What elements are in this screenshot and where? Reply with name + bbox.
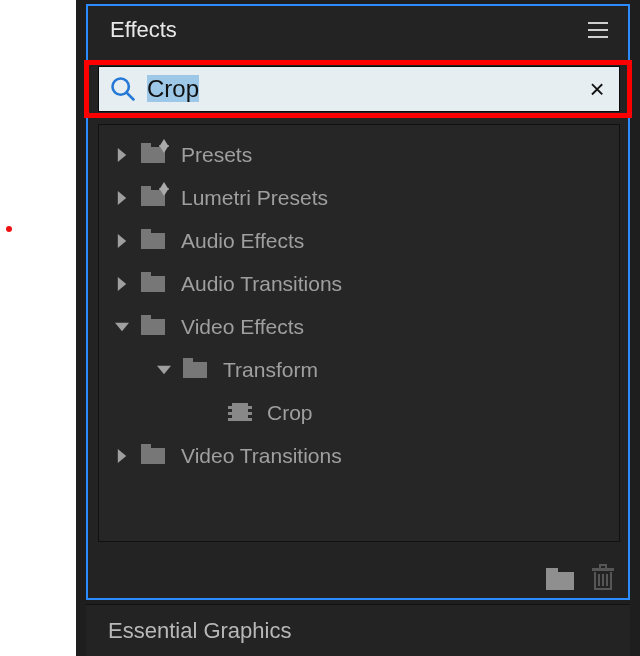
panel-title: Effects xyxy=(110,17,177,43)
search-icon xyxy=(109,75,137,103)
tree-item-label: Video Effects xyxy=(181,315,304,339)
chevron-down-icon[interactable] xyxy=(155,361,173,379)
svg-line-1 xyxy=(127,93,134,100)
tree-item-lumetri-presets[interactable]: Lumetri Presets xyxy=(99,176,619,219)
folder-icon xyxy=(141,444,167,468)
folder-icon xyxy=(141,272,167,296)
chevron-down-icon[interactable] xyxy=(113,318,131,336)
folder-star-icon xyxy=(141,186,167,210)
essential-graphics-panel-header[interactable]: Essential Graphics xyxy=(86,604,630,656)
search-input[interactable]: Crop xyxy=(147,75,583,103)
effects-tree: Presets Lumetri Presets Audio Effects xyxy=(98,124,620,542)
panel-menu-button[interactable] xyxy=(584,16,612,44)
tree-item-label: Video Transitions xyxy=(181,444,342,468)
folder-icon xyxy=(141,315,167,339)
tree-item-video-transitions[interactable]: Video Transitions xyxy=(99,434,619,477)
trash-icon xyxy=(592,568,614,571)
tree-item-presets[interactable]: Presets xyxy=(99,133,619,176)
folder-icon xyxy=(183,358,209,382)
tree-item-transform[interactable]: Transform xyxy=(99,348,619,391)
panel-header: Effects xyxy=(88,6,628,54)
tree-item-label: Transform xyxy=(223,358,318,382)
panel-title: Essential Graphics xyxy=(108,618,291,644)
tree-item-label: Presets xyxy=(181,143,252,167)
chevron-right-icon[interactable] xyxy=(113,146,131,164)
delete-button[interactable] xyxy=(592,566,614,592)
search-field[interactable]: Crop × xyxy=(98,66,620,112)
app-frame: Effects Crop × xyxy=(76,0,640,656)
tree-item-label: Audio Effects xyxy=(181,229,304,253)
spacer xyxy=(199,404,217,422)
tree-item-crop-effect[interactable]: Crop xyxy=(99,391,619,434)
folder-star-icon xyxy=(141,143,167,167)
tree-item-audio-transitions[interactable]: Audio Transitions xyxy=(99,262,619,305)
effects-panel: Effects Crop × xyxy=(86,4,630,600)
tree-item-audio-effects[interactable]: Audio Effects xyxy=(99,219,619,262)
tree-item-video-effects[interactable]: Video Effects xyxy=(99,305,619,348)
new-bin-button[interactable] xyxy=(546,568,574,590)
annotation-dot xyxy=(6,226,12,232)
folder-icon xyxy=(546,572,574,590)
search-input-value: Crop xyxy=(147,75,199,102)
chevron-right-icon[interactable] xyxy=(113,232,131,250)
effect-icon xyxy=(227,401,253,425)
tree-item-label: Audio Transitions xyxy=(181,272,342,296)
clear-search-button[interactable]: × xyxy=(583,75,611,103)
chevron-right-icon[interactable] xyxy=(113,275,131,293)
hamburger-icon xyxy=(588,22,608,24)
tree-item-label: Lumetri Presets xyxy=(181,186,328,210)
panel-footer xyxy=(546,566,614,592)
chevron-right-icon[interactable] xyxy=(113,189,131,207)
folder-icon xyxy=(141,229,167,253)
chevron-right-icon[interactable] xyxy=(113,447,131,465)
tree-item-label: Crop xyxy=(267,401,313,425)
